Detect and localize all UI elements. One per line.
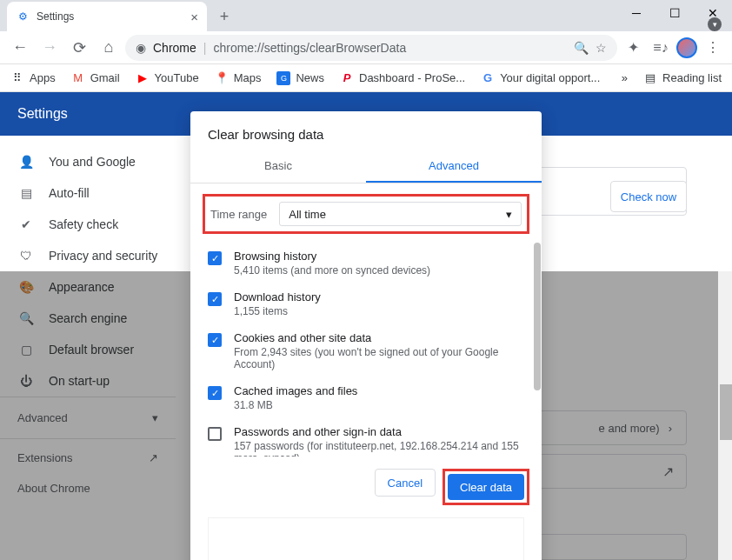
list-icon: ▤ <box>643 71 657 85</box>
reload-button[interactable]: ⟳ <box>66 35 92 61</box>
news-icon: G <box>276 71 290 85</box>
dialog-tabs: Basic Advanced <box>190 150 542 183</box>
sidebar-item-you[interactable]: 👤You and Google <box>0 146 176 177</box>
apps-icon: ⠿ <box>10 71 24 85</box>
url-text: chrome://settings/clearBrowserData <box>213 41 406 55</box>
checkbox-checked-icon[interactable]: ✓ <box>208 333 222 347</box>
sidebar-item-autofill[interactable]: ▤Auto-fill <box>0 177 176 209</box>
tab-advanced[interactable]: Advanced <box>366 150 542 183</box>
forward-button[interactable]: → <box>37 35 63 61</box>
checkbox-empty-icon[interactable] <box>208 427 222 441</box>
clear-data-button[interactable]: Clear data <box>448 474 524 500</box>
check-download-history[interactable]: ✓ Download history1,155 items <box>208 283 524 324</box>
sidebar-item-privacy[interactable]: 🛡Privacy and security <box>0 240 176 271</box>
check-browsing-history[interactable]: ✓ Browsing history5,410 items (and more … <box>208 243 524 283</box>
sidebar-item-safety[interactable]: ✔Safety check <box>0 209 176 240</box>
avatar[interactable] <box>676 37 697 58</box>
checkbox-checked-icon[interactable]: ✓ <box>208 292 222 306</box>
clear-data-dialog: Clear browsing data Basic Advanced Time … <box>190 111 542 560</box>
bookmark-dashboard[interactable]: PDashboard - ProSe... <box>340 71 465 85</box>
check-passwords[interactable]: Passwords and other sign-in data157 pass… <box>208 418 524 457</box>
clear-data-highlight: Clear data <box>443 469 529 505</box>
address-bar[interactable]: ◉ Chrome | chrome://settings/clearBrowse… <box>125 35 617 61</box>
tab-title: Settings <box>37 10 74 23</box>
bookmark-apps[interactable]: ⠿Apps <box>10 71 56 85</box>
bookmark-overflow[interactable]: » <box>622 71 628 84</box>
browser-tab[interactable]: ⚙ Settings × <box>7 2 207 31</box>
dialog-actions: Cancel Clear data <box>190 457 542 517</box>
bookmark-youtube[interactable]: ▶YouTube <box>136 71 199 85</box>
chrome-label: Chrome <box>153 41 196 55</box>
time-range-label: Time range <box>210 208 267 221</box>
tab-basic[interactable]: Basic <box>190 150 366 183</box>
shield-check-icon: ✔ <box>17 217 35 231</box>
window-controls: ─ ☐ ✕ <box>617 0 732 26</box>
minimize-button[interactable]: ─ <box>617 0 655 26</box>
maximize-button[interactable]: ☐ <box>655 0 694 26</box>
bookmark-gmail[interactable]: MGmail <box>71 71 120 85</box>
close-icon[interactable]: × <box>190 10 198 24</box>
check-now-button[interactable]: Check now <box>610 181 687 212</box>
chrome-icon: ◉ <box>136 41 146 55</box>
back-button[interactable]: ← <box>7 35 33 61</box>
gmail-icon: M <box>71 71 85 85</box>
autofill-icon: ▤ <box>17 186 35 200</box>
pinterest-icon: P <box>340 71 354 85</box>
shield-icon: 🛡 <box>17 249 35 263</box>
browser-toolbar: ← → ⟳ ⌂ ◉ Chrome | chrome://settings/cle… <box>0 31 732 64</box>
media-icon[interactable]: ≡♪ <box>649 36 673 60</box>
youtube-icon: ▶ <box>136 71 150 85</box>
time-range-row: Time range All time ▾ <box>203 194 529 234</box>
chevron-down-icon: ▾ <box>506 208 512 221</box>
page-title: Settings <box>17 106 68 122</box>
check-cache[interactable]: ✓ Cached images and files31.8 MB <box>208 377 524 418</box>
star-icon[interactable]: ☆ <box>596 41 607 55</box>
search-icon[interactable]: 🔍 <box>574 41 589 55</box>
close-window-button[interactable]: ✕ <box>694 0 732 26</box>
bookmark-news[interactable]: GNews <box>276 71 324 85</box>
bookmark-maps[interactable]: 📍Maps <box>215 71 262 85</box>
dialog-body: ✓ Browsing history5,410 items (and more … <box>190 243 542 457</box>
checkbox-checked-icon[interactable]: ✓ <box>208 386 222 400</box>
page-scrollbar-thumb[interactable] <box>720 384 732 440</box>
new-tab-button[interactable]: + <box>212 4 236 29</box>
home-button[interactable]: ⌂ <box>96 35 122 61</box>
reading-list[interactable]: ▤Reading list <box>643 71 722 85</box>
dialog-title: Clear browsing data <box>190 111 542 150</box>
menu-icon[interactable]: ⋮ <box>701 36 725 60</box>
google-icon: G <box>481 71 495 85</box>
maps-icon: 📍 <box>215 71 229 85</box>
extensions-icon[interactable]: ✦ <box>621 36 645 60</box>
gear-icon: ⚙ <box>16 10 30 23</box>
person-icon: 👤 <box>17 155 35 169</box>
bookmarks-bar: ⠿Apps MGmail ▶YouTube 📍Maps GNews PDashb… <box>0 64 732 92</box>
dialog-scrollbar[interactable] <box>534 243 541 390</box>
bookmark-digital[interactable]: GYour digital opport... <box>481 71 600 85</box>
check-cookies[interactable]: ✓ Cookies and other site dataFrom 2,943 … <box>208 324 524 377</box>
cancel-button[interactable]: Cancel <box>375 469 436 497</box>
time-range-select[interactable]: All time ▾ <box>279 202 522 226</box>
checkbox-checked-icon[interactable]: ✓ <box>208 251 222 265</box>
